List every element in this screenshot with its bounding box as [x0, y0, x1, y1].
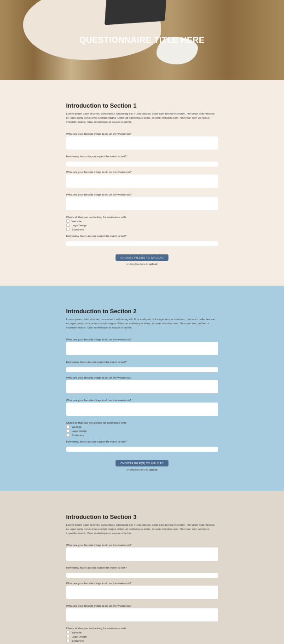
section-3: Introduction to Section 3 Lorem ipsum do… [0, 491, 284, 644]
s1-q4-input[interactable] [66, 197, 218, 210]
s3-q1-label: What are your favorite things to do on t… [66, 544, 218, 546]
section-3-desc: Lorem ipsum dolor sit amet, consectetur … [66, 523, 218, 535]
s2-q1-input[interactable] [66, 342, 218, 355]
s1-q1-input[interactable] [66, 136, 218, 150]
s2-q5-label: How many hours do you expect the event t… [66, 440, 218, 443]
s1-q2-label: How many hours do you expect the event t… [66, 155, 218, 158]
s2-upload-hint-bold: upload [149, 468, 157, 471]
s3-q2-label: How many hours do you expect the event t… [66, 566, 218, 569]
s3-check-2-label: Logo Design [72, 635, 87, 638]
checkbox-icon[interactable] [66, 635, 70, 638]
s2-upload-hint: or drag files here to upload [66, 468, 218, 471]
section-2-title: Introduction to Section 2 [66, 308, 218, 315]
s1-q5-input[interactable] [66, 241, 218, 246]
s3-check-3[interactable]: Stationery [66, 639, 218, 642]
s1-q2-input[interactable] [66, 161, 218, 167]
s2-q4-label: What are your favorite things to do on t… [66, 399, 218, 402]
section-2-desc: Lorem ipsum dolor sit amet, consectetur … [66, 317, 218, 330]
s3-check-heading: Check all that you are looking for assis… [66, 627, 218, 630]
checkbox-icon[interactable] [66, 639, 70, 642]
section-2: Introduction to Section 2 Lorem ipsum do… [0, 286, 284, 491]
s2-q4-input[interactable] [66, 402, 218, 416]
s3-q2-input[interactable] [66, 573, 218, 578]
s2-check-1-label: Website [72, 426, 82, 428]
s1-upload-button[interactable]: CHOOSE FILE(S) TO UPLOAD [116, 254, 168, 261]
s2-check-heading: Check all that you are looking for assis… [66, 421, 218, 424]
s1-upload-hint: or drag files here to upload [66, 263, 218, 265]
checkbox-icon[interactable] [66, 228, 70, 231]
s3-check-1-label: Website [72, 631, 82, 634]
section-1: Introduction to Section 1 Lorem ipsum do… [0, 80, 284, 286]
s1-q3-input[interactable] [66, 174, 218, 188]
s1-q4-label: What are your favorite things to do on t… [66, 193, 218, 196]
s2-check-2[interactable]: Logo Design [66, 429, 218, 432]
checkbox-icon[interactable] [66, 219, 70, 223]
s1-upload-hint-pre: or drag files here to [127, 263, 149, 265]
page-title: QUESTIONNAIRE TITLE HERE [79, 35, 204, 45]
s3-q3-label: What are your favorite things to do on t… [66, 582, 218, 585]
s1-check-1[interactable]: Website [66, 219, 218, 223]
s3-check-3-label: Stationery [72, 639, 84, 642]
s1-check-3-label: Stationery [72, 228, 84, 231]
s2-q3-input[interactable] [66, 380, 218, 393]
s3-q4-label: What are your favorite things to do on t… [66, 604, 218, 607]
s3-check-2[interactable]: Logo Design [66, 635, 218, 638]
s3-q3-input[interactable] [66, 586, 218, 599]
s3-check-1[interactable]: Website [66, 631, 218, 634]
checkbox-icon[interactable] [66, 433, 70, 437]
s2-q3-label: What are your favorite things to do on t… [66, 376, 218, 379]
s2-q5-input[interactable] [66, 447, 218, 452]
s1-q5-label: How many hours do you expect the event t… [66, 235, 218, 237]
checkbox-icon[interactable] [66, 631, 70, 634]
checkbox-icon[interactable] [66, 429, 70, 432]
s1-check-2-label: Logo Design [72, 224, 87, 227]
s2-upload-hint-pre: or drag files here to [127, 468, 149, 471]
s2-check-1[interactable]: Website [66, 425, 218, 428]
s2-q2-input[interactable] [66, 367, 218, 372]
section-1-title: Introduction to Section 1 [66, 102, 218, 109]
section-1-desc: Lorem ipsum dolor sit amet, consectetur … [66, 112, 218, 124]
s1-upload-hint-bold: upload [149, 263, 157, 265]
s1-q1-label: What are your favorite things to do on t… [66, 132, 218, 135]
s3-q1-input[interactable] [66, 547, 218, 561]
s2-q2-label: How many hours do you expect the event t… [66, 361, 218, 363]
s1-check-3[interactable]: Stationery [66, 228, 218, 231]
checkbox-icon[interactable] [66, 425, 70, 428]
s1-q3-label: What are your favorite things to do on t… [66, 171, 218, 173]
s1-check-1-label: Website [72, 220, 82, 223]
s3-q4-input[interactable] [66, 608, 218, 621]
s2-check-2-label: Logo Design [72, 430, 87, 432]
s2-check-3-label: Stationery [72, 434, 84, 437]
s2-check-3[interactable]: Stationery [66, 433, 218, 437]
hero-banner: QUESTIONNAIRE TITLE HERE [0, 0, 284, 80]
checkbox-icon[interactable] [66, 224, 70, 227]
s2-upload-button[interactable]: CHOOSE FILE(S) TO UPLOAD [116, 460, 168, 466]
s2-q1-label: What are your favorite things to do on t… [66, 338, 218, 341]
s1-check-heading: Check all that you are looking for assis… [66, 216, 218, 218]
section-3-title: Introduction to Section 3 [66, 513, 218, 520]
s1-check-2[interactable]: Logo Design [66, 224, 218, 227]
